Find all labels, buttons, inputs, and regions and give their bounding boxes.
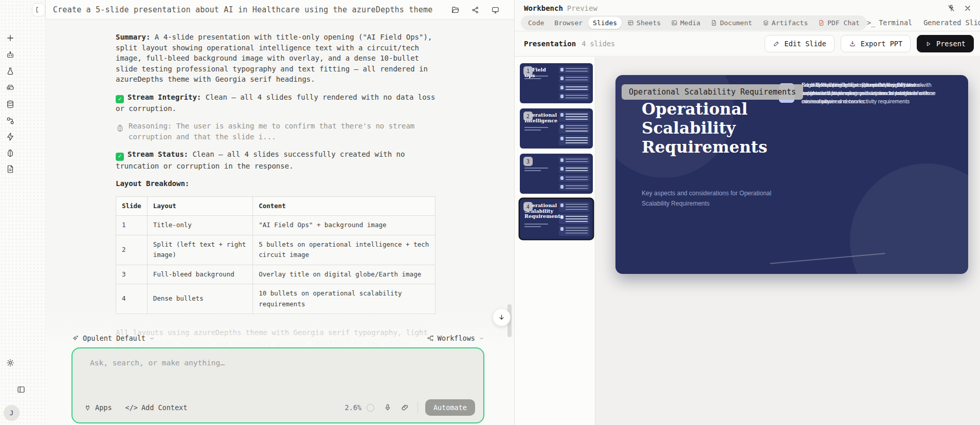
composer-placeholder: Ask, search, or make anything… (90, 359, 225, 367)
thumb-bullet-card (559, 165, 590, 173)
documents-button[interactable] (2, 161, 19, 177)
thumb-bullet-card (559, 123, 590, 134)
scroll-to-bottom-button[interactable] (493, 308, 511, 326)
model-label: Opulent Default (83, 334, 146, 342)
summary-paragraph: Summary: A 4-slide presentation with tit… (116, 32, 439, 85)
knowledge-button[interactable] (2, 145, 19, 161)
sidebar-toggle-button[interactable] (13, 381, 29, 398)
table-row: 3Full-bleed backgroundOverlay title on d… (116, 265, 435, 284)
chevron-down-icon (479, 336, 484, 341)
tab-bar-right-actions: >_ Terminal Generated Slides (867, 19, 980, 27)
check-icon (116, 95, 124, 103)
workbench-title: Workbench (524, 4, 563, 12)
slide-thumbnail-1[interactable]: AI Field Ops 1 (520, 63, 593, 103)
export-ppt-button[interactable]: Export PPT (841, 35, 911, 52)
folder-open-icon[interactable] (451, 6, 460, 14)
table-row: 4Dense bullets10 bullets on operational … (116, 284, 435, 314)
chevron-down-icon (149, 336, 155, 341)
tab-pdf-chat[interactable]: PDF Chat (813, 17, 864, 29)
present-button[interactable]: Present (917, 35, 974, 52)
collapse-chat-button[interactable] (32, 3, 45, 16)
tab-document[interactable]: Document (706, 17, 757, 29)
presentation-toolbar: Presentation 4 slides Edit Slide Export … (515, 31, 980, 57)
share-icon[interactable] (471, 6, 480, 14)
composer-meta-row: Opulent Default Workflows (71, 332, 484, 344)
layout-breakdown-heading: Layout Breakdown: (116, 178, 439, 189)
workflows-selector[interactable]: Workflows (427, 334, 484, 342)
bracket-panel-icon (35, 6, 42, 13)
thumb-bullet-card (559, 93, 590, 100)
database-icon (6, 100, 15, 109)
thumb-bullet-card (559, 175, 590, 182)
slide-count: 4 slides (582, 40, 615, 48)
brain-icon (116, 124, 124, 142)
presentation-title: Presentation (524, 40, 576, 48)
workbench-body: AI Field Ops 1 Operational Intelligence … (515, 57, 980, 425)
drive-icon (6, 83, 15, 93)
nodes-icon (6, 116, 15, 125)
thumb-bullet-card (559, 84, 590, 91)
slide-label-pill: Operational Scalability Requirements (622, 84, 803, 100)
chat-transcript: Summary: A 4-slide presentation with tit… (45, 20, 514, 349)
download-icon (849, 40, 856, 47)
slide-thumbnail-3[interactable]: 3 (520, 154, 593, 194)
user-avatar[interactable]: J (4, 405, 20, 421)
app-window: J Create a 5-slide presentation about AI… (0, 0, 980, 425)
model-selector[interactable]: Opulent Default (71, 334, 155, 342)
plus-icon (6, 33, 15, 43)
flask-icon (6, 67, 15, 76)
pin-off-icon[interactable] (947, 4, 955, 12)
reasoning-text: Reasoning: The user is asking me to conf… (129, 121, 439, 142)
database-button[interactable] (2, 96, 19, 113)
decorative-blob (850, 163, 968, 274)
automations-button[interactable] (2, 128, 19, 145)
usage-progress-ring (367, 404, 374, 412)
tab-artifacts[interactable]: Artifacts (758, 17, 812, 29)
attachment-button[interactable] (401, 403, 409, 412)
chat-header: Create a 5-slide presentation about AI i… (45, 0, 514, 20)
agents-button[interactable] (2, 47, 19, 63)
slide-thumbnail-4[interactable]: Operational Scalability Requirements 4 (520, 199, 593, 239)
new-chat-button[interactable] (2, 30, 19, 46)
table-row: 2Split (left text + right image)5 bullet… (116, 235, 435, 265)
pencil-icon (773, 40, 780, 47)
sparkle-icon (71, 335, 79, 342)
workflows-label: Workflows (438, 334, 475, 342)
stream-integrity-line: Stream Integrity: Clean — all 4 slides f… (116, 92, 439, 114)
workflow-icon (427, 335, 434, 342)
tab-browser[interactable]: Browser (550, 17, 587, 29)
plug-icon (84, 404, 92, 412)
thumb-subtitle-lines (524, 127, 548, 132)
microphone-button[interactable] (384, 403, 392, 412)
generated-slides-button[interactable]: Generated Slides (923, 19, 980, 27)
edit-slide-button[interactable]: Edit Slide (765, 35, 834, 52)
tab-sheets[interactable]: Sheets (623, 17, 665, 29)
thumb-bullet-card (559, 112, 590, 122)
composer-box[interactable]: Ask, search, or make anything… Apps </> … (71, 347, 484, 423)
monitor-icon[interactable] (491, 6, 500, 14)
experiments-button[interactable] (2, 63, 19, 80)
spreadsheet-icon (627, 20, 634, 26)
terminal-prompt-icon: >_ (867, 19, 875, 27)
slide-thumbnail-2[interactable]: Operational Intelligence 2 (520, 108, 593, 149)
arrow-down-icon (498, 313, 505, 321)
workbench-tab-bar: Code Browser Slides Sheets Media Documen… (515, 14, 980, 31)
summary-label: Summary: (116, 33, 150, 41)
slide-preview-area: Operational Scalability Requirements Ope… (595, 57, 980, 425)
storage-button[interactable] (2, 80, 19, 96)
automate-button[interactable]: Automate (425, 399, 475, 416)
tab-code[interactable]: Code (523, 17, 549, 29)
usage-percentage: 2.6% (344, 403, 361, 412)
tab-media[interactable]: Media (666, 17, 705, 29)
slide-number-badge: 2 (523, 112, 533, 121)
table-row: 1Title-only"AI Field Ops" + background i… (116, 216, 435, 235)
apps-button[interactable]: Apps (84, 403, 112, 412)
slide-subtitle: Key aspects and considerations for Opera… (642, 188, 796, 209)
add-context-button[interactable]: </> Add Context (125, 403, 188, 412)
workbench-header: Workbench Preview (515, 0, 980, 14)
terminal-button[interactable]: >_ Terminal (867, 19, 912, 27)
tab-slides[interactable]: Slides (588, 17, 622, 29)
close-icon[interactable] (964, 4, 972, 12)
settings-button[interactable] (2, 355, 19, 371)
connections-button[interactable] (2, 113, 19, 129)
